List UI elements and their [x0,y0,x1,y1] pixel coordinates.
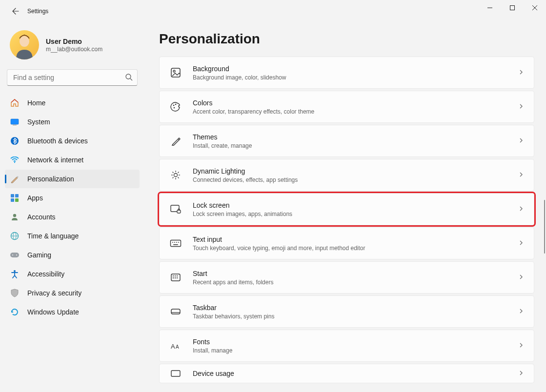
sidebar-item-apps[interactable]: Apps [5,189,140,207]
maximize-button[interactable] [501,0,524,16]
card-start[interactable]: StartRecent apps and items, folders [159,261,534,294]
sidebar-item-gaming[interactable]: Gaming [5,246,140,264]
card-title: Themes [193,133,518,141]
sidebar-item-bluetooth[interactable]: Bluetooth & devices [5,132,140,150]
svg-rect-54 [171,371,180,376]
card-device-usage[interactable]: Device usage [159,364,534,383]
dynamic-lighting-icon [169,169,182,181]
main-content: Personalization BackgroundBackground ima… [147,22,546,392]
shield-icon [10,288,20,298]
windows-update-icon [10,307,20,317]
svg-point-23 [173,105,175,106]
card-title: Start [193,269,518,278]
svg-rect-11 [11,198,14,202]
page-title: Personalization [159,31,534,47]
chevron-right-icon [518,369,524,378]
search-input[interactable] [7,69,138,86]
svg-point-2 [20,36,29,47]
profile-block[interactable]: User Demo m__lab@outlook.com [3,28,142,67]
chevron-right-icon [518,341,524,350]
svg-point-38 [172,242,173,243]
svg-text:A: A [176,344,179,350]
back-button[interactable] [8,3,23,19]
sidebar-item-home[interactable]: Home [5,94,140,112]
sidebar-item-time-language[interactable]: Time & language [5,227,140,245]
search-icon [125,73,133,83]
svg-line-4 [130,78,132,80]
card-colors[interactable]: ColorsAccent color, transparency effects… [159,91,534,123]
card-subtitle: Touch keyboard, voice typing, emoji and … [193,245,518,252]
svg-rect-6 [13,125,17,125]
card-title: Dynamic Lighting [193,167,518,176]
sidebar-item-label: Privacy & security [27,289,81,297]
scrollbar-thumb[interactable] [544,200,545,254]
card-title: Colors [193,98,518,107]
svg-point-22 [173,70,175,72]
personalization-icon [10,174,20,184]
sidebar-item-windows-update[interactable]: Windows Update [5,303,140,321]
svg-rect-10 [15,194,19,197]
svg-point-39 [174,242,175,243]
svg-rect-47 [173,277,174,278]
card-subtitle: Install, manage [193,347,518,354]
card-themes[interactable]: ThemesInstall, create, manage [159,125,534,157]
svg-line-32 [178,177,179,178]
sidebar-item-privacy[interactable]: Privacy & security [5,284,140,302]
close-button[interactable] [524,0,546,16]
background-icon [169,66,182,79]
svg-point-20 [14,270,16,272]
accessibility-icon [10,269,20,279]
svg-rect-36 [177,210,181,213]
search-box[interactable] [7,69,138,86]
card-fonts[interactable]: AA FontsInstall, manage [159,330,534,362]
card-title: Background [193,64,518,73]
maximize-icon [510,5,515,10]
accounts-icon [10,212,20,222]
device-usage-icon [169,367,182,380]
svg-rect-46 [177,275,178,276]
svg-point-25 [174,107,175,109]
sidebar: User Demo m__lab@outlook.com Home System… [0,22,147,392]
profile-name: User Demo [46,38,102,45]
card-taskbar[interactable]: TaskbarTaskbar behaviors, system pins [159,295,534,328]
svg-point-18 [12,255,13,255]
svg-point-8 [14,162,15,163]
chevron-right-icon [518,68,524,77]
svg-rect-44 [173,275,174,276]
window-title: Settings [27,8,48,15]
chevron-right-icon [518,239,524,248]
sidebar-item-accounts[interactable]: Accounts [5,208,140,226]
svg-rect-12 [15,198,19,202]
card-title: Lock screen [193,201,518,210]
svg-point-41 [178,242,179,243]
sidebar-item-system[interactable]: System [5,113,140,131]
svg-point-3 [126,74,131,79]
minimize-button[interactable] [479,0,501,16]
home-icon [10,98,20,108]
card-subtitle: Taskbar behaviors, system pins [193,313,518,320]
chevron-right-icon [518,273,524,282]
card-subtitle: Lock screen images, apps, animations [193,211,518,217]
card-text-input[interactable]: Text inputTouch keyboard, voice typing, … [159,227,534,259]
wifi-icon [10,155,20,165]
card-background[interactable]: BackgroundBackground image, color, slide… [159,57,534,89]
svg-rect-37 [171,240,181,247]
svg-point-19 [16,255,17,255]
sidebar-item-label: Gaming [27,251,51,259]
chevron-right-icon [518,137,524,145]
sidebar-item-label: Network & internet [27,156,83,164]
fonts-icon: AA [169,339,182,352]
svg-point-24 [175,104,177,105]
card-title: Text input [193,235,518,244]
sidebar-item-accessibility[interactable]: Accessibility [5,265,140,283]
card-lock-screen[interactable]: Lock screenLock screen images, apps, ani… [159,193,534,225]
themes-icon [169,135,182,147]
card-title: Device usage [193,369,518,378]
sidebar-item-label: Windows Update [27,308,79,316]
sidebar-item-network[interactable]: Network & internet [5,151,140,169]
card-dynamic-lighting[interactable]: Dynamic LightingConnected devices, effec… [159,159,534,191]
avatar [10,30,39,59]
svg-rect-42 [173,244,178,245]
sidebar-item-personalization[interactable]: Personalization [5,170,140,188]
taskbar-icon [169,305,182,318]
